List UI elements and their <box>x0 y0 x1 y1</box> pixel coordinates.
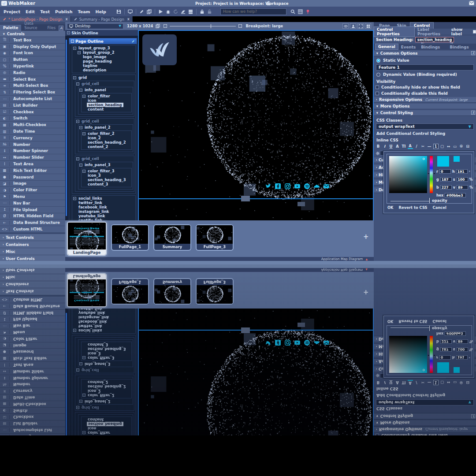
tree-node-content_2[interactable]: content_2 <box>82 145 131 149</box>
palette-item-password[interactable]: ●Password <box>0 348 65 355</box>
palette-tab-data-source[interactable]: Data Source <box>21 22 44 31</box>
tree-node-twitter_link[interactable]: twitter_link <box>72 324 135 328</box>
palette-item-filtering-select-box[interactable]: ⇅Filtering Select Box <box>0 433 65 435</box>
palette-item-password[interactable]: ●Password <box>0 174 65 181</box>
picker-cancel-button[interactable]: Cancel <box>433 205 446 210</box>
format-button-9[interactable]: 1 <box>433 144 439 149</box>
tree-node-social_links[interactable]: social_links <box>72 196 135 201</box>
clone-icon[interactable] <box>145 8 153 15</box>
show-label-toggle[interactable]: show label <box>451 27 476 36</box>
format-button-4[interactable]: TI <box>401 144 406 149</box>
green-input[interactable]: 187 <box>440 347 452 352</box>
soundcloud-link-icon[interactable] <box>314 340 320 346</box>
hue-input[interactable]: 191 <box>456 169 468 174</box>
format-button-0[interactable]: B <box>376 144 381 149</box>
table-icon[interactable] <box>297 8 304 15</box>
tree-node-color_filter_2[interactable]: color_filter_2 <box>82 393 131 398</box>
format-button-6[interactable]: / <box>414 144 419 149</box>
frame-icon[interactable] <box>357 23 364 29</box>
format-button-12[interactable]: ▭ <box>452 380 457 385</box>
palette-item-number-spinner[interactable]: ↕Number Spinner <box>0 375 65 381</box>
grid-icon[interactable] <box>365 23 371 29</box>
red-input[interactable]: 0 <box>439 355 451 360</box>
tree-node-content_2[interactable]: content_2 <box>82 380 131 384</box>
palette-item-file-upload[interactable]: ↥File Upload <box>0 207 65 213</box>
menu-help[interactable]: Help <box>95 9 106 14</box>
palette-section-text-controls[interactable]: ›Text Controls <box>0 234 65 241</box>
format-button-12[interactable]: ▭ <box>452 144 457 149</box>
palette-item-multi-select-box[interactable]: ≡Multi-Select Box <box>0 83 65 89</box>
palette-item-switch[interactable]: ◐Switch <box>0 407 65 414</box>
palette-item-custom-html[interactable]: <>Custom HTML <box>0 296 65 303</box>
palette-section-containers[interactable]: ›Containers <box>0 241 65 248</box>
subtab-general[interactable]: General <box>375 44 398 50</box>
palette-item-nav-bar[interactable]: ⋯Nav Bar <box>0 200 65 207</box>
tree-node-icon_2[interactable]: icon_2 <box>82 389 131 393</box>
tree-node-facebook_link[interactable]: facebook_link <box>72 320 135 324</box>
tree-node-info_panel[interactable]: info_panel <box>78 88 133 92</box>
controls-section-header[interactable]: ∨Controls <box>0 31 65 37</box>
tree-node-section_heading_2[interactable]: section_heading_2 <box>82 140 131 145</box>
add-page-button[interactable]: + <box>363 288 369 296</box>
palette-item-text-box[interactable]: TIText Box <box>0 37 65 44</box>
palette-item-file-upload[interactable]: ↥File Upload <box>0 316 65 322</box>
format-button-9[interactable]: 1 <box>433 380 439 385</box>
tree-node-social_links[interactable]: social_links <box>72 328 135 333</box>
tree-node-section_heading_2[interactable]: section_heading_2 <box>82 384 131 389</box>
palette-item-checkbox[interactable]: ☑Checkbox <box>0 413 65 420</box>
run-icon[interactable] <box>157 8 164 15</box>
palette-item-number[interactable]: №Number <box>0 141 65 148</box>
format-button-13[interactable]: ® <box>459 144 464 149</box>
tree-node-icon[interactable]: icon <box>82 98 131 103</box>
format-button-1[interactable]: I <box>382 380 387 385</box>
css-classes-select[interactable]: output wrapText▼ <box>376 399 474 405</box>
palette-item-image[interactable]: ◪Image <box>0 342 65 349</box>
tree-node-icon_3[interactable]: icon_3 <box>82 173 131 178</box>
palette-tab-palette[interactable]: Palette <box>0 25 21 31</box>
twitter-link-icon[interactable] <box>265 183 271 189</box>
tree-node-info_panel_3[interactable]: info_panel_3 <box>78 163 133 167</box>
help-search-input[interactable] <box>220 8 286 15</box>
facebook-link-icon[interactable] <box>275 183 281 189</box>
thumbnail-summary[interactable]: Summary <box>153 278 191 305</box>
design-canvas[interactable] <box>138 309 374 435</box>
blue-input[interactable]: 227 <box>440 339 452 344</box>
format-button-7[interactable]: ✂ <box>420 144 426 149</box>
tree-node-content_3[interactable]: content_3 <box>82 342 131 347</box>
palette-item-number[interactable]: №Number <box>0 381 65 387</box>
menu-project[interactable]: Project <box>4 9 20 14</box>
opacity-slider-handle[interactable] <box>429 198 430 203</box>
breakpoint-slider[interactable] <box>170 26 236 26</box>
tree-node-twitter_link[interactable]: twitter_link <box>72 201 135 205</box>
skin-outline-header[interactable]: Skin Outline <box>65 30 138 36</box>
conditionally-hide-row[interactable]: Conditionally hide or show this field <box>374 85 476 90</box>
palette-item-menu[interactable]: ⚑Menu <box>0 329 65 335</box>
unlock-icon[interactable] <box>206 8 213 15</box>
green-input[interactable]: 187 <box>440 177 452 182</box>
logo-image-control[interactable] <box>142 34 177 65</box>
picker-revert-button[interactable]: Revert to CSS <box>399 319 428 324</box>
add-conditional-styling-link[interactable]: Add Conditional Control Styling <box>374 393 476 399</box>
picker-ok-button[interactable]: OK <box>387 205 394 210</box>
palette-item-menu[interactable]: ⚑Menu <box>0 193 65 200</box>
refresh-icon[interactable] <box>172 8 179 15</box>
info-icon[interactable]: i <box>471 111 475 115</box>
format-button-0[interactable]: B <box>376 380 381 385</box>
format-button-5[interactable]: A <box>408 380 413 385</box>
tree-node-youtube_link[interactable]: youtube_link <box>72 311 135 315</box>
page-outline-header[interactable]: Page Outline <box>69 38 137 44</box>
tree-node-grid[interactable]: grid <box>72 75 135 80</box>
soundcloud-link-icon[interactable] <box>314 183 320 189</box>
tree-node-color_filter[interactable]: color_filter <box>82 94 131 98</box>
twitter-link-icon[interactable] <box>265 340 271 346</box>
hue-input[interactable]: 191 <box>456 355 468 360</box>
subtab-bindings[interactable]: → Bindings <box>447 40 476 50</box>
gear-icon[interactable] <box>376 374 380 378</box>
show-label-checkbox[interactable] <box>473 30 476 33</box>
email-link-icon[interactable] <box>324 340 329 346</box>
database-icon[interactable] <box>187 8 194 15</box>
responsive-options-header[interactable]: ›Responsive Options Current Breakpoint: … <box>374 97 476 103</box>
palette-item-filtering-select-box[interactable]: ⇅Filtering Select Box <box>0 89 65 96</box>
palette-item-select-box[interactable]: ▬Select Box <box>0 76 65 83</box>
thumbnail-fullpage_1[interactable]: FullPage_1 <box>111 278 149 305</box>
